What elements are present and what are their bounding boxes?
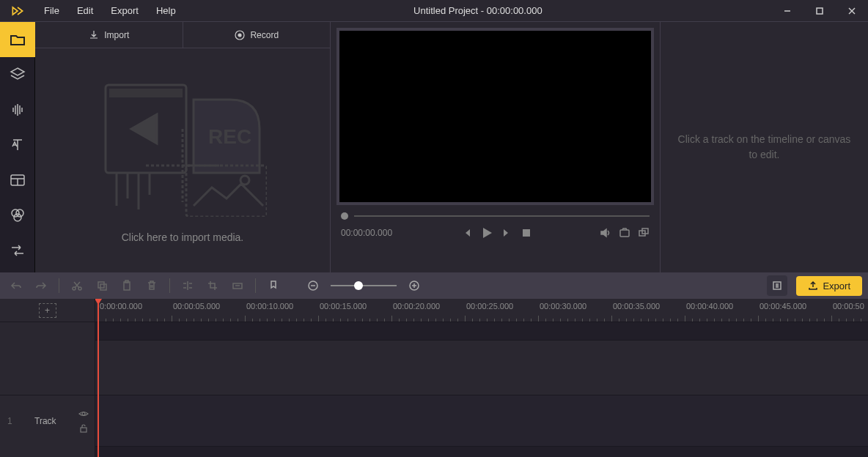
zoom-out-button[interactable] <box>303 275 323 296</box>
detach-icon[interactable] <box>638 227 650 239</box>
svg-point-9 <box>14 214 21 221</box>
crop-button[interactable] <box>202 275 223 296</box>
svg-rect-29 <box>98 282 104 288</box>
sidebar-templates-icon[interactable] <box>0 163 35 198</box>
prev-frame-button[interactable] <box>460 227 472 239</box>
undo-button[interactable] <box>6 275 26 296</box>
media-tabs: Import Record <box>35 22 330 48</box>
lane-empty[interactable] <box>95 341 868 395</box>
track-head-row: + <box>0 299 95 322</box>
lane-spacer <box>95 322 868 341</box>
timeline-ruler[interactable]: 0:00:00.00000:00:05.00000:00:10.00000:00… <box>95 299 868 322</box>
menu-file[interactable]: File <box>35 0 68 22</box>
lane-track-1[interactable] <box>95 395 868 447</box>
close-button[interactable] <box>836 0 868 22</box>
playhead[interactable] <box>98 299 99 457</box>
ruler-label: 00:00:40.000 <box>686 302 733 311</box>
maximize-button[interactable] <box>803 0 836 22</box>
lock-icon[interactable] <box>78 423 89 434</box>
minimize-button[interactable] <box>771 0 803 22</box>
record-tab[interactable]: Record <box>183 22 331 48</box>
track-header[interactable]: 1 Track <box>0 395 95 447</box>
sidebar-layers-icon[interactable] <box>0 57 35 92</box>
delete-button[interactable] <box>141 275 162 296</box>
redo-button[interactable] <box>31 275 51 296</box>
copy-button[interactable] <box>92 275 112 296</box>
import-hint: Click here to import media. <box>122 231 244 243</box>
svg-rect-23 <box>523 229 530 237</box>
zoom-slider[interactable] <box>331 285 397 286</box>
ruler-label: 00:00:20.000 <box>393 302 440 311</box>
ruler-label: 00:00:30.000 <box>540 302 586 311</box>
add-track-button[interactable]: + <box>39 303 56 318</box>
playback-time: 00:00:00.000 <box>341 228 392 238</box>
svg-point-40 <box>82 412 85 415</box>
properties-panel: Click a track on the timeline or canvas … <box>661 22 868 272</box>
record-icon <box>234 29 246 41</box>
snapshot-icon[interactable] <box>619 227 630 239</box>
media-panel: Import Record <box>35 22 331 272</box>
playback-controls: 00:00:00.000 <box>336 223 654 248</box>
ruler-label: 0:00:00.000 <box>100 302 142 311</box>
zoom-in-button[interactable] <box>404 275 424 296</box>
speed-button[interactable] <box>227 275 248 296</box>
ruler-label: 00:00:15.000 <box>320 302 367 311</box>
svg-text:REC: REC <box>208 125 251 148</box>
svg-rect-30 <box>100 284 106 290</box>
menu-bar: File Edit Export Help <box>35 0 185 22</box>
visibility-icon[interactable] <box>78 409 89 419</box>
ruler-label: 00:00:50 <box>833 302 864 311</box>
sidebar-text-icon[interactable] <box>0 127 35 163</box>
svg-rect-1 <box>817 8 823 14</box>
paste-button[interactable] <box>117 275 137 296</box>
track-name: Track <box>18 416 73 426</box>
play-button[interactable] <box>479 226 494 240</box>
import-art-icon: REC <box>98 78 267 217</box>
seek-track[interactable] <box>354 215 650 217</box>
sidebar-audio-icon[interactable] <box>0 92 35 127</box>
stop-button[interactable] <box>521 227 532 239</box>
menu-edit[interactable]: Edit <box>68 0 102 22</box>
svg-rect-13 <box>109 89 183 97</box>
sidebar-filters-icon[interactable] <box>0 198 35 233</box>
main-area: Import Record <box>0 22 868 272</box>
split-button[interactable] <box>177 275 198 296</box>
properties-hint: Click a track on the timeline or canvas … <box>661 132 868 163</box>
ruler-label: 00:00:10.000 <box>246 302 293 311</box>
import-tab[interactable]: Import <box>35 22 183 48</box>
svg-rect-41 <box>81 428 87 432</box>
svg-rect-24 <box>620 230 629 237</box>
toolbar-settings-button[interactable] <box>767 275 787 296</box>
preview-panel: 00:00:00.000 <box>331 22 661 272</box>
menu-help[interactable]: Help <box>147 0 185 22</box>
sidebar-transitions-icon[interactable] <box>0 233 35 268</box>
zoom-thumb[interactable] <box>354 281 363 290</box>
titlebar: File Edit Export Help Untitled Project -… <box>0 0 868 22</box>
export-button[interactable]: Export <box>796 276 862 296</box>
window-title: Untitled Project - 00:00:00.000 <box>185 5 771 16</box>
sidebar-media-icon[interactable] <box>0 22 35 57</box>
cut-button[interactable] <box>67 275 87 296</box>
menu-export[interactable]: Export <box>102 0 147 22</box>
timeline-track-headers: + 1 Track <box>0 299 95 457</box>
timeline: + 1 Track 0:00:00.00000:00:05.00000:00:1… <box>0 299 868 457</box>
volume-icon[interactable] <box>600 227 611 239</box>
preview-canvas[interactable] <box>339 31 651 202</box>
svg-point-8 <box>16 209 23 217</box>
import-icon <box>88 29 100 41</box>
svg-point-11 <box>238 34 241 37</box>
seek-handle[interactable] <box>341 212 348 220</box>
sidebar <box>0 22 35 272</box>
track-number: 1 <box>7 416 12 426</box>
import-dropzone[interactable]: REC Click here to import media. <box>35 48 330 272</box>
marker-button[interactable] <box>263 275 284 296</box>
next-frame-button[interactable] <box>501 227 513 239</box>
ruler-label: 00:00:05.000 <box>173 302 220 311</box>
timeline-lanes[interactable]: 0:00:00.00000:00:05.00000:00:10.00000:00… <box>95 299 868 457</box>
seek-bar[interactable] <box>336 205 654 223</box>
timeline-toolbar: Export <box>0 272 868 299</box>
track-header-gap <box>0 322 95 395</box>
ruler-label: 00:00:45.000 <box>760 302 806 311</box>
track-icons <box>78 409 95 434</box>
zoom-control <box>303 275 424 296</box>
